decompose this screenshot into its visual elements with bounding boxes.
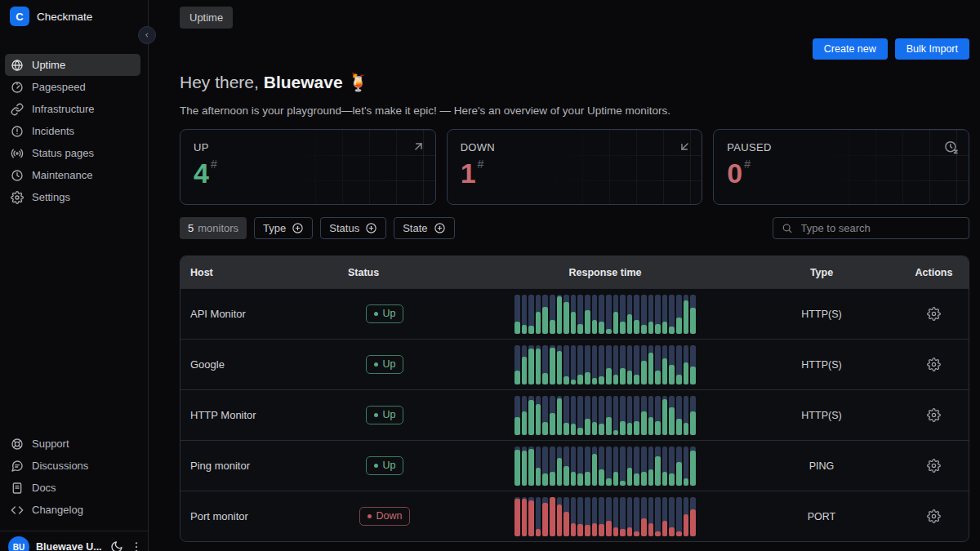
sidebar-item-changelog[interactable]: Changelog [5,499,140,521]
dots-vertical-icon[interactable] [130,540,143,551]
filter-type-button[interactable]: Type [254,217,313,239]
globe-icon [11,59,24,72]
sidebar-divider [0,531,148,531]
sidebar-item-uptime[interactable]: Uptime [5,54,140,76]
app-name: Checkmate [37,11,92,23]
search-input[interactable] [800,221,961,235]
sidebar-item-label: Docs [32,482,56,494]
header-actions: Create new Bulk Import [180,38,969,60]
column-header-type: Type [744,267,899,278]
response-time-chart [514,447,696,486]
status-badge: Up [366,304,404,323]
sidebar-item-incidents[interactable]: Incidents [5,120,140,142]
stat-hash-suffix: # [744,158,751,171]
monitor-count-chip: 5 monitors [180,217,247,239]
filter-state-button[interactable]: State [394,217,454,239]
bulk-import-button[interactable]: Bulk Import [895,38,969,60]
response-time-chart [514,295,696,334]
plus-circle-icon [434,222,446,234]
column-header-host: Host [180,267,348,278]
table-row[interactable]: HTTP Monitor Up HTTP(S) [180,389,969,440]
table-row[interactable]: Google Up HTTP(S) [180,339,969,389]
stat-label: PAUSED [727,141,956,153]
stat-hash-suffix: # [211,158,217,171]
column-header-actions: Actions [899,267,969,278]
column-header-response-time: Response time [466,267,744,278]
sidebar-item-label: Pagespeed [32,81,86,93]
link-icon [11,103,24,116]
sidebar-item-label: Changelog [32,504,83,516]
sidebar-item-label: Infrastructure [32,103,95,115]
gauge-icon [11,81,24,94]
sidebar-item-maintenance[interactable]: Maintenance [5,164,140,186]
sidebar-item-docs[interactable]: Docs [5,477,140,499]
stat-hash-suffix: # [478,158,484,171]
moon-icon[interactable] [110,540,123,551]
filter-status-button[interactable]: Status [320,217,386,239]
document-icon [11,482,24,495]
clock-snooze-icon [944,140,959,154]
create-new-button[interactable]: Create new [813,38,888,60]
table-row[interactable]: Ping monitor Up PING [180,440,969,491]
stat-card-down: DOWN 1 # [447,129,703,205]
avatar: BU [8,536,29,551]
monitor-type: HTTP(S) [744,359,899,371]
status-dot-icon [374,312,378,316]
sidebar-item-infrastructure[interactable]: Infrastructure [5,98,140,120]
sidebar: C Checkmate Uptime Pagespeed Infrastruct… [0,0,149,551]
monitor-host: API Monitor [180,308,348,320]
response-time-chart [514,497,696,536]
row-settings-gear-icon[interactable] [927,509,941,523]
sidebar-collapse-button[interactable] [138,26,156,44]
status-dot-icon [374,464,378,468]
filter-label: Type [263,222,286,234]
arrow-down-left-icon [678,140,692,153]
status-badge: Up [366,406,404,424]
greeting-name: Bluewave [264,73,343,91]
brand: C Checkmate [0,0,148,33]
monitor-count: 5 [188,222,194,234]
user-name: Bluewave U... [36,541,104,551]
monitor-host: Google [180,358,348,371]
breadcrumb[interactable]: Uptime [180,7,233,29]
monitor-host: Port monitor [180,510,348,522]
sidebar-item-label: Settings [32,191,70,203]
status-badge: Up [366,456,404,475]
stat-value: 1 [461,159,476,187]
plus-circle-icon [365,222,377,234]
plus-circle-icon [292,222,304,234]
stat-cards: UP 4 # DOWN 1 # PAUSED 0 # [180,129,969,205]
code-icon [11,504,24,517]
row-settings-gear-icon[interactable] [927,307,941,321]
stat-label: UP [194,141,422,153]
page-subtitle: The afternoon is your playground—let's m… [180,104,969,118]
monitor-type: HTTP(S) [744,410,899,421]
monitor-type: HTTP(S) [744,309,899,320]
table-row[interactable]: API Monitor Up HTTP(S) [180,288,969,339]
table-row[interactable]: Port monitor Down PORT [180,491,969,541]
filter-label: State [403,222,427,234]
response-time-chart [514,396,696,435]
sidebar-item-status-pages[interactable]: Status pages [5,142,140,164]
alert-circle-icon [11,125,24,138]
monitor-type: PORT [744,511,899,522]
row-settings-gear-icon[interactable] [927,408,941,422]
row-settings-gear-icon[interactable] [927,459,941,473]
response-time-chart [514,345,696,384]
sidebar-item-discussions[interactable]: Discussions [5,455,140,477]
status-dot-icon [374,362,378,367]
monitor-count-label: monitors [198,222,238,234]
status-dot-icon [368,514,372,518]
sidebar-item-pagespeed[interactable]: Pagespeed [5,76,140,98]
user-menu[interactable]: BU Bluewave U... [8,536,143,551]
sidebar-item-support[interactable]: Support [5,433,140,455]
app-logo: C [10,7,29,26]
status-badge: Up [366,355,404,374]
row-settings-gear-icon[interactable] [927,358,941,371]
sidebar-item-settings[interactable]: Settings [5,186,140,208]
clock-icon [11,169,24,182]
main-content: Uptime Create new Bulk Import Hey there,… [149,0,980,551]
sidebar-item-label: Status pages [32,147,94,159]
page-title: Hey there, Bluewave 🍹 [180,73,969,92]
sidebar-item-label: Incidents [32,125,74,137]
